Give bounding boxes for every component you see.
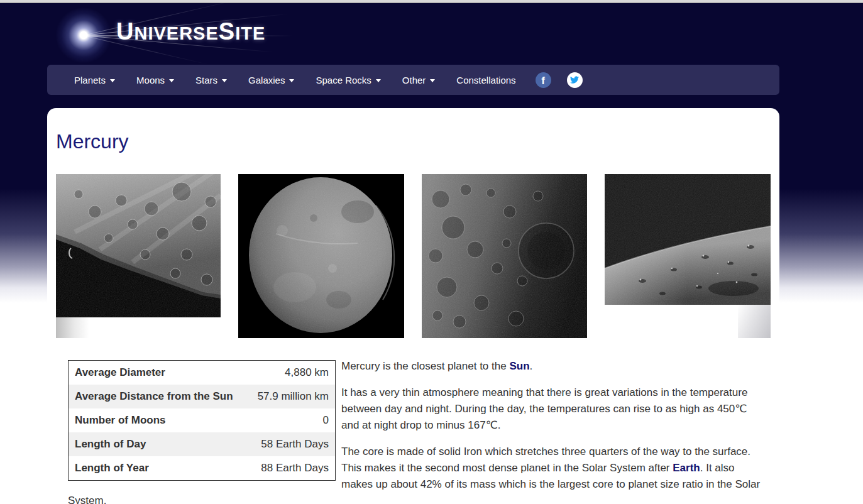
mercury-photo-globe (238, 174, 404, 338)
paragraph-text: Mercury is the closest planet to the (341, 360, 509, 372)
nav-item-label: Planets (74, 75, 106, 85)
table-row: Average Distance from the Sun 57.9 milli… (69, 385, 336, 408)
page-title: Mercury (56, 130, 779, 153)
nav-item-stars[interactable]: Stars (185, 65, 238, 95)
chevron-down-icon (169, 79, 174, 82)
earth-link[interactable]: Earth (673, 462, 700, 474)
logo-seg: U (116, 18, 134, 45)
main-nav: Planets Moons Stars Galaxies Space Rocks… (47, 65, 779, 95)
paragraph-text: . (530, 360, 533, 372)
fact-label: Length of Day (69, 432, 248, 456)
facts-table: Average Diameter 4,880 km Average Distan… (68, 360, 336, 481)
fact-value: 57.9 million km (247, 385, 335, 408)
sun-link[interactable]: Sun (509, 360, 529, 372)
nav-item-label: Other (402, 75, 426, 85)
site-logo[interactable]: UNIVERSESITE (55, 8, 272, 60)
fact-value: 0 (247, 408, 335, 432)
fact-label: Number of Moons (69, 408, 248, 432)
chevron-down-icon (376, 79, 381, 82)
fact-label: Average Diameter (69, 361, 248, 385)
site-logo-text: UNIVERSESITE (116, 18, 265, 45)
nav-item-galaxies[interactable]: Galaxies (238, 65, 305, 95)
chevron-down-icon (289, 79, 294, 82)
nav-item-moons[interactable]: Moons (126, 65, 185, 95)
twitter-bird-icon (570, 75, 579, 84)
logo-seg: ITE (235, 23, 265, 43)
content-card: Mercury (47, 108, 779, 504)
nav-item-label: Stars (195, 75, 217, 85)
nav-item-label: Space Rocks (316, 75, 371, 85)
nav-item-label: Constellations (456, 75, 515, 85)
fact-label: Average Distance from the Sun (69, 385, 248, 408)
mercury-photo-craters (422, 174, 587, 338)
facebook-icon[interactable]: f (536, 72, 551, 88)
twitter-icon[interactable] (567, 72, 583, 88)
nav-item-constellations[interactable]: Constellations (446, 65, 526, 95)
nav-item-planets[interactable]: Planets (63, 65, 126, 95)
logo-seg: NIVERSE (134, 23, 218, 43)
chevron-down-icon (110, 79, 115, 82)
mercury-photo-surface-shadow (56, 174, 221, 317)
nav-item-label: Galaxies (248, 75, 285, 85)
fact-value: 58 Earth Days (247, 432, 335, 456)
fact-value: 88 Earth Days (247, 456, 335, 481)
mercury-photo-horizon (605, 174, 771, 305)
gallery-item (422, 174, 587, 338)
nav-item-label: Moons (136, 75, 165, 85)
site-header: UNIVERSESITE (0, 3, 863, 65)
gallery-item (238, 174, 404, 338)
table-row: Length of Day 58 Earth Days (69, 432, 336, 456)
table-row: Length of Year 88 Earth Days (69, 456, 336, 481)
chevron-down-icon (430, 79, 435, 82)
logo-seg: S (219, 18, 235, 45)
photo-gallery (56, 174, 771, 338)
table-row: Average Diameter 4,880 km (69, 361, 336, 385)
article-body: Average Diameter 4,880 km Average Distan… (47, 358, 779, 504)
gradient-strip (738, 305, 771, 338)
fact-value: 4,880 km (247, 361, 335, 385)
nav-item-other[interactable]: Other (392, 65, 446, 95)
gallery-item (605, 174, 771, 305)
fact-label: Length of Year (69, 456, 248, 481)
table-row: Number of Moons 0 (69, 408, 336, 432)
social-links: f (536, 72, 583, 88)
nav-item-space-rocks[interactable]: Space Rocks (305, 65, 391, 95)
gallery-item (56, 174, 221, 317)
chevron-down-icon (222, 79, 227, 82)
gradient-strip (56, 317, 89, 338)
